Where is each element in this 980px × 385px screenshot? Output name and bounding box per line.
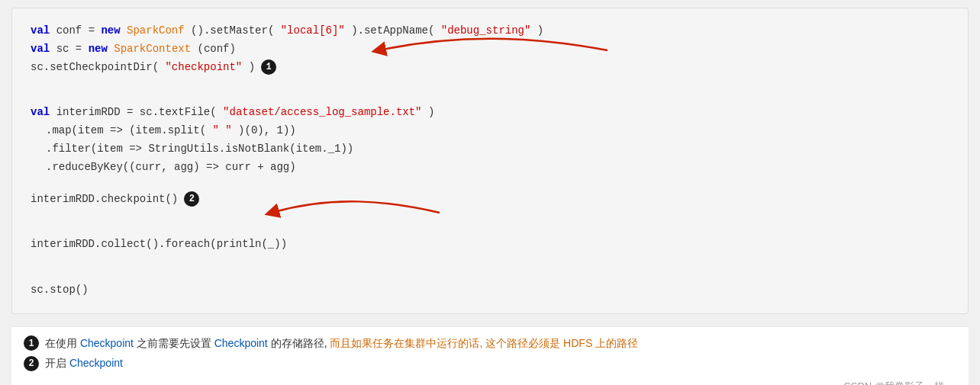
blank-line-1: [31, 76, 949, 90]
blank-line-3: [31, 177, 949, 191]
code-plain-7: .reduceByKey((curr, agg) => curr + agg): [46, 161, 296, 173]
annotation-badge-1: 1: [24, 335, 39, 351]
string-debug: "debug_string": [441, 24, 531, 37]
string-checkpoint: "checkpoint": [165, 61, 242, 73]
code-plain-4b: ): [428, 106, 434, 118]
annotation-emphasis-1: 而且如果任务在集群中运行的话, 这个路径必须是 HDFS 上的路径: [330, 337, 638, 349]
code-plain-6: .filter(item => StringUtils.isNotBlank(i…: [46, 143, 353, 155]
annotation-highlight-1b: Checkpoint: [214, 337, 268, 349]
code-line-10: sc.stop(): [31, 281, 949, 300]
code-line-9: interimRDD.collect().foreach(println(_)): [31, 236, 949, 254]
blank-line-6: [31, 254, 949, 268]
code-text-2: val sc = new SparkContext (conf): [31, 40, 236, 59]
code-plain-2c: (conf): [198, 43, 236, 55]
annotation-badge-2: 2: [24, 356, 39, 371]
annotation-text-2: 开启 Checkpoint: [45, 355, 123, 371]
code-plain-1: conf =: [56, 24, 102, 37]
code-text-6: .filter(item => StringUtils.isNotBlank(i…: [46, 140, 353, 159]
code-plain-8: interimRDD.checkpoint(): [31, 193, 178, 205]
class-sparkconf: SparkConf: [127, 24, 185, 37]
annotation-section: 1 在使用 Checkpoint 之前需要先设置 Checkpoint 的存储路…: [11, 326, 969, 385]
blank-line-2: [31, 90, 949, 104]
code-plain-2a: sc =: [56, 43, 89, 55]
code-plain-3b: ): [249, 61, 255, 73]
annotation-highlight-2: Checkpoint: [69, 357, 123, 369]
blank-line-5: [31, 222, 949, 236]
code-line-3: sc.setCheckpointDir( "checkpoint" ) 1: [31, 59, 949, 77]
code-line-2: val sc = new SparkContext (conf): [31, 40, 949, 59]
keyword-new-2: new: [89, 43, 108, 55]
code-plain-1c: ().setMaster(: [191, 24, 274, 37]
code-line-6: .filter(item => StringUtils.isNotBlank(i…: [31, 140, 949, 159]
annotation-highlight-1a: Checkpoint: [80, 337, 134, 349]
code-text-3: sc.setCheckpointDir( "checkpoint" ): [31, 59, 255, 77]
code-line-4: val interimRDD = sc.textFile( "dataset/a…: [31, 104, 949, 122]
code-text-5: .map(item => (item.split( " " )(0), 1)): [46, 122, 296, 140]
annotation-row-1: 1 在使用 Checkpoint 之前需要先设置 Checkpoint 的存储路…: [24, 335, 956, 351]
keyword-val-2: val: [31, 43, 50, 55]
string-dataset: "dataset/access_log_sample.txt": [223, 106, 421, 118]
string-space: " ": [212, 124, 231, 136]
blank-line-7: [31, 268, 949, 281]
main-container: val conf = new SparkConf ().setMaster( "…: [0, 0, 980, 385]
code-line-8: interimRDD.checkpoint() 2: [31, 191, 949, 209]
string-local6: "local[6]": [281, 24, 345, 37]
code-block: val conf = new SparkConf ().setMaster( "…: [11, 8, 969, 314]
code-plain-10: sc.stop(): [31, 284, 89, 296]
code-plain-5b: )(0), 1)): [238, 124, 296, 136]
keyword-val-1: val: [31, 24, 50, 37]
code-text-1: val conf = new SparkConf ().setMaster( "…: [31, 22, 543, 40]
keyword-new-1: new: [101, 24, 120, 37]
code-plain-1e: ): [537, 24, 543, 37]
badge-1: 1: [261, 59, 276, 75]
annotation-row-2: 2 开启 Checkpoint: [24, 355, 956, 371]
code-text-7: .reduceByKey((curr, agg) => curr + agg): [46, 159, 296, 177]
code-text-4: val interimRDD = sc.textFile( "dataset/a…: [31, 104, 434, 122]
badge-2: 2: [184, 191, 199, 207]
code-line-1: val conf = new SparkConf ().setMaster( "…: [31, 22, 949, 40]
annotation-text-1: 在使用 Checkpoint 之前需要先设置 Checkpoint 的存储路径,…: [45, 335, 638, 351]
code-line-7: .reduceByKey((curr, agg) => curr + agg): [31, 159, 949, 177]
code-plain-5a: .map(item => (item.split(: [46, 124, 206, 136]
code-plain-1d: ).setAppName(: [351, 24, 434, 37]
code-text-10: sc.stop(): [31, 281, 89, 300]
code-text-9: interimRDD.collect().foreach(println(_)): [31, 236, 287, 254]
code-plain-4a: interimRDD = sc.textFile(: [56, 106, 217, 118]
code-plain-3a: sc.setCheckpointDir(: [31, 61, 159, 73]
blank-line-4: [31, 208, 949, 222]
code-text-8: interimRDD.checkpoint(): [31, 191, 178, 209]
keyword-val-3: val: [31, 106, 50, 118]
code-line-5: .map(item => (item.split( " " )(0), 1)): [31, 122, 949, 140]
class-sparkcontext: SparkContext: [114, 43, 191, 55]
code-plain-9: interimRDD.collect().foreach(println(_)): [31, 238, 287, 250]
csdn-credit: CSDN @我像影子一样: [24, 375, 956, 385]
